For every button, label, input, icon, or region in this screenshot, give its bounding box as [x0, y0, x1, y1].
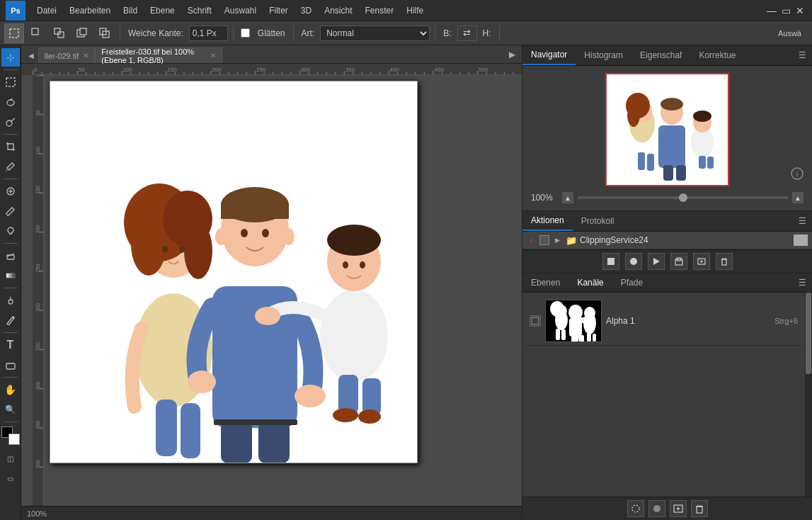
shape-tool[interactable]: [1, 356, 20, 374]
action-row-clipping[interactable]: ✓ ▶ 📁 ClippingService24: [522, 232, 812, 249]
tab1-label: ller-029.tif: [45, 52, 79, 60]
navigator-menu-icon[interactable]: ☰: [793, 47, 812, 63]
tab-pfade[interactable]: Pfade: [612, 273, 651, 292]
quick-mask-btn[interactable]: ◫: [1, 449, 20, 468]
menu-fenster[interactable]: Fenster: [360, 3, 400, 18]
navigator-preview: [605, 73, 729, 186]
svg-point-29: [131, 212, 166, 276]
tab-navigator[interactable]: Navigator: [522, 45, 576, 65]
hand-tool[interactable]: ✋: [1, 380, 20, 399]
svg-point-52: [360, 261, 365, 269]
svg-point-56: [333, 408, 358, 422]
tab-ebenen[interactable]: Ebenen: [522, 273, 568, 292]
zoom-level: 100%: [27, 509, 47, 518]
tab-histogram[interactable]: Histogram: [576, 46, 631, 64]
stamp-tool[interactable]: [1, 222, 20, 240]
layers-menu-icon[interactable]: ☰: [793, 275, 812, 290]
svg-rect-74: [638, 152, 645, 170]
add-selection-btn[interactable]: [50, 23, 69, 43]
screen-mode-btn[interactable]: ▭: [1, 469, 20, 487]
heal-tool[interactable]: [1, 182, 20, 200]
dotted-circle-btn[interactable]: [627, 500, 644, 517]
new-action-btn[interactable]: [693, 253, 710, 270]
pen-tool[interactable]: [1, 311, 20, 329]
svg-rect-99: [579, 335, 584, 342]
feather-input[interactable]: [189, 26, 228, 41]
zoom-in-btn[interactable]: ▲: [792, 192, 804, 203]
color-picker[interactable]: [1, 426, 20, 445]
text-tool[interactable]: T: [1, 336, 20, 354]
record-action-btn[interactable]: [625, 253, 642, 270]
stop-action-btn[interactable]: [602, 253, 619, 270]
scrollbar-thumb[interactable]: [806, 293, 811, 374]
zoom-slider-thumb[interactable]: [679, 193, 687, 202]
actions-menu-icon[interactable]: ☰: [793, 213, 812, 229]
new-selection-btn[interactable]: [27, 23, 47, 43]
close-button[interactable]: ✕: [794, 4, 806, 17]
menu-hilfe[interactable]: Hilfe: [401, 3, 429, 18]
eyedropper-tool[interactable]: [1, 157, 20, 176]
brush-tool[interactable]: [1, 202, 20, 220]
style-select[interactable]: Normal Festes Seitenverhältnis Feste Grö…: [320, 26, 430, 41]
tab2-close[interactable]: ✕: [210, 52, 216, 60]
tab-protokoll[interactable]: Protokoll: [573, 212, 623, 230]
delete-action-btn[interactable]: [716, 253, 733, 270]
new-set-btn[interactable]: [670, 253, 687, 270]
channel-visibility[interactable]: [530, 315, 541, 327]
swap-btn[interactable]: ⇄: [457, 26, 477, 41]
menu-3d[interactable]: 3D: [295, 3, 317, 18]
minimize-button[interactable]: —: [765, 4, 778, 17]
action-expand-triangle[interactable]: ▶: [555, 237, 560, 244]
tab-file2[interactable]: Freisteller-030.tif bei 100% (Ebene 1, R…: [95, 47, 222, 63]
tab-korrektur[interactable]: Korrektue: [690, 46, 744, 64]
crop-tool[interactable]: [1, 137, 20, 156]
canvas-document: [50, 81, 418, 463]
menu-schrift[interactable]: Schrift: [182, 3, 217, 18]
tab-scroll-left[interactable]: ◀: [24, 47, 38, 63]
tab-eigenschaf[interactable]: Eigenschaf: [631, 46, 690, 64]
auswahl-verfeinern-btn[interactable]: Auswä: [772, 23, 808, 43]
menu-bearbeiten[interactable]: Bearbeiten: [64, 3, 116, 18]
move-tool[interactable]: ⊹: [1, 48, 20, 67]
quick-select-tool[interactable]: [1, 113, 20, 131]
rect-select-btn[interactable]: [4, 23, 24, 43]
lasso-tool[interactable]: [1, 93, 20, 111]
menu-ansicht[interactable]: Ansicht: [319, 3, 358, 18]
play-action-btn[interactable]: [648, 253, 665, 270]
channel-alpha1-row[interactable]: Alpha 1 Strg+6: [527, 297, 801, 346]
new-channel-btn[interactable]: [670, 500, 687, 517]
horizontal-ruler: [33, 64, 522, 75]
tab-aktionen[interactable]: Aktionen: [522, 211, 573, 231]
dodge-tool[interactable]: [1, 291, 20, 310]
canvas-scroll[interactable]: [44, 75, 522, 506]
tab-file1[interactable]: ller-029.tif ✕: [38, 47, 95, 63]
separator4: [435, 26, 435, 41]
menu-auswahl[interactable]: Auswahl: [219, 3, 262, 18]
menu-filter[interactable]: Filter: [263, 3, 294, 18]
save-channel-btn[interactable]: [648, 500, 665, 517]
h-label: H:: [483, 28, 491, 38]
info-icon-btn[interactable]: i: [791, 167, 804, 182]
tab1-close[interactable]: ✕: [83, 52, 88, 60]
zoom-slider[interactable]: [578, 196, 788, 199]
menu-bild[interactable]: Bild: [118, 3, 143, 18]
delete-channel-btn[interactable]: [691, 500, 708, 517]
layers-scrollbar[interactable]: [805, 293, 812, 497]
smooth-checkbox[interactable]: [241, 28, 250, 38]
svg-rect-89: [532, 317, 539, 324]
eraser-tool[interactable]: [1, 247, 20, 265]
tab-kanaele[interactable]: Kanäle: [568, 273, 612, 292]
tool-sep5: [4, 288, 18, 288]
tab-scroll-right[interactable]: ▶: [505, 47, 519, 62]
zoom-out-btn[interactable]: ▲: [562, 192, 573, 203]
svg-rect-73: [707, 157, 714, 169]
maximize-button[interactable]: ▭: [779, 4, 792, 17]
select-tool[interactable]: [1, 73, 20, 91]
zoom-tool-left[interactable]: 🔍: [1, 400, 20, 419]
document-canvas[interactable]: [50, 81, 418, 463]
subtract-selection-btn[interactable]: [72, 23, 92, 43]
gradient-tool[interactable]: [1, 266, 20, 285]
intersect-selection-btn[interactable]: [95, 23, 115, 43]
menu-datei[interactable]: Datei: [31, 3, 62, 18]
menu-ebene[interactable]: Ebene: [144, 3, 181, 18]
